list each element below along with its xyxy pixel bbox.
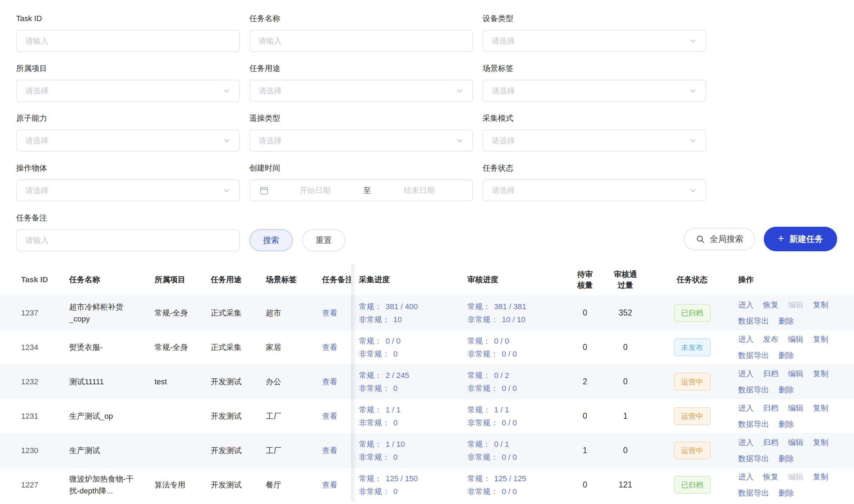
cell-actions: 进入归档编辑复制数据导出删除 [734, 365, 854, 399]
text-input[interactable]: 请输入 [249, 30, 473, 52]
action-link[interactable]: 编辑 [788, 402, 803, 415]
cell-name: 生产测试 [69, 433, 155, 467]
irregular-label: 非常规： [359, 384, 390, 393]
action-link[interactable]: 编辑 [788, 436, 803, 449]
action-link[interactable]: 进入 [738, 367, 754, 380]
irregular-value: 0 / 0 [502, 418, 517, 427]
status-badge: 已归档 [674, 304, 711, 322]
cell-review-progress: 常规：1 / 1非常规：0 / 0 [467, 399, 569, 433]
cell-task-id: 1237 [0, 296, 69, 330]
cell-approved-count: 0 [601, 330, 650, 364]
action-link[interactable]: 删除 [779, 486, 794, 499]
action-link[interactable]: 复制 [813, 298, 828, 311]
select-input[interactable]: 请选择 [16, 179, 240, 201]
action-link[interactable]: 删除 [779, 418, 794, 431]
cell-project: test [155, 365, 211, 399]
progress-irregular-line: 非常规：0 [359, 451, 405, 464]
view-remark-link[interactable]: 查看 [322, 411, 337, 422]
view-remark-link[interactable]: 查看 [322, 377, 337, 387]
action-link[interactable]: 删除 [779, 314, 794, 327]
field-label: 采集模式 [482, 114, 706, 123]
cell-task-id: 1230 [0, 433, 69, 467]
cell-scene: 工厂 [266, 399, 322, 433]
action-link[interactable]: 归档 [763, 402, 779, 415]
progress-regular-line: 常规：381 / 381 [467, 300, 526, 313]
action-link[interactable]: 进入 [738, 333, 754, 346]
action-link[interactable]: 数据导出 [738, 418, 769, 431]
cell-name: 超市冷鲜柜补货_copy [69, 296, 155, 330]
action-link[interactable]: 发布 [763, 333, 779, 346]
search-button[interactable]: 搜索 [249, 229, 293, 251]
action-link[interactable]: 复制 [813, 436, 828, 449]
action-link[interactable]: 数据导出 [738, 486, 769, 499]
action-link[interactable]: 删除 [779, 383, 794, 396]
cell-actions: 进入恢复编辑复制数据导出删除 [734, 468, 854, 502]
select-input[interactable]: 请选择 [16, 80, 240, 102]
progress-lines: 常规：1 / 10非常规：0 [359, 438, 405, 464]
action-link[interactable]: 复制 [813, 470, 828, 483]
action-link[interactable]: 归档 [763, 436, 779, 449]
create-task-button[interactable]: + 新建任务 [764, 227, 837, 251]
cell-collect-progress: 常规：0 / 0非常规：0 [359, 330, 467, 364]
action-link[interactable]: 进入 [738, 436, 754, 449]
view-remark-link[interactable]: 查看 [322, 308, 337, 318]
select-input[interactable]: 请选择 [482, 30, 706, 52]
action-link[interactable]: 数据导出 [738, 452, 769, 465]
action-link[interactable]: 编辑 [788, 367, 803, 380]
field-label: Task ID [16, 14, 240, 23]
header-status: 任务状态 [650, 264, 734, 296]
cell-project: 常规-全身 [155, 330, 211, 364]
action-link[interactable]: 数据导出 [738, 383, 769, 396]
irregular-value: 0 / 0 [502, 487, 517, 496]
row-fixed-columns: 1234熨烫衣服-常规-全身正式采集家居查看 [0, 330, 351, 364]
select-input[interactable]: 请选择 [16, 130, 240, 152]
action-link[interactable]: 进入 [738, 402, 754, 415]
task-table: Task ID任务名称所属项目任务用途场景标签任务备注采集进度审核进度待审核量审… [0, 264, 854, 502]
table-row: 1234熨烫衣服-常规-全身正式采集家居查看常规：0 / 0非常规：0常规：0 … [0, 330, 854, 364]
view-remark-link[interactable]: 查看 [322, 342, 337, 353]
date-range-picker[interactable]: 开始日期至结束日期 [249, 179, 473, 201]
action-link[interactable]: 数据导出 [738, 314, 769, 327]
regular-label: 常规： [359, 474, 382, 483]
row-fixed-columns: 1231生产测试_op开发测试工厂查看 [0, 399, 351, 433]
select-input[interactable]: 请选择 [482, 179, 706, 201]
action-link[interactable]: 归档 [763, 367, 779, 380]
cell-review-progress: 常规：0 / 1非常规：0 / 0 [467, 433, 569, 467]
action-link[interactable]: 恢复 [763, 470, 779, 483]
irregular-value: 0 / 0 [502, 384, 517, 393]
field-label: 场景标签 [482, 64, 706, 73]
progress-irregular-line: 非常规：10 / 10 [467, 313, 526, 326]
cell-approved-count: 121 [601, 468, 650, 502]
select-input[interactable]: 请选择 [482, 130, 706, 152]
action-link[interactable]: 删除 [779, 349, 794, 362]
header-purpose: 任务用途 [211, 264, 266, 296]
text-input[interactable]: 请输入 [16, 30, 240, 52]
global-search-button[interactable]: 全局搜索 [684, 228, 755, 250]
action-link[interactable]: 数据导出 [738, 349, 769, 362]
action-link[interactable]: 进入 [738, 470, 754, 483]
cell-actions: 进入发布编辑复制数据导出删除 [734, 330, 854, 364]
cell-purpose: 正式采集 [211, 330, 266, 364]
action-link[interactable]: 编辑 [788, 333, 803, 346]
progress-regular-line: 常规：0 / 2 [467, 369, 517, 382]
cell-review-progress: 常规：125 / 125非常规：0 / 0 [467, 468, 569, 502]
action-link[interactable]: 复制 [813, 367, 828, 380]
reset-button[interactable]: 重置 [302, 229, 346, 251]
field-label: 所属项目 [16, 64, 240, 73]
select-input[interactable]: 请选择 [249, 80, 473, 102]
cell-review-progress: 常规：0 / 2非常规：0 / 0 [467, 365, 569, 399]
action-link[interactable]: 复制 [813, 402, 828, 415]
select-input[interactable]: 请选择 [249, 130, 473, 152]
view-remark-link[interactable]: 查看 [322, 445, 337, 456]
progress-irregular-line: 非常规：10 [359, 313, 418, 326]
action-link[interactable]: 恢复 [763, 298, 779, 311]
text-input[interactable]: 请输入 [16, 229, 240, 251]
action-link[interactable]: 复制 [813, 333, 828, 346]
field-label: 操作物体 [16, 164, 240, 173]
select-input[interactable]: 请选择 [482, 80, 706, 102]
progress-lines: 常规：1 / 1非常规：0 / 0 [467, 403, 517, 429]
action-link[interactable]: 进入 [738, 298, 754, 311]
view-remark-link[interactable]: 查看 [322, 480, 337, 490]
action-link[interactable]: 删除 [779, 452, 794, 465]
cell-scene: 工厂 [266, 433, 322, 467]
